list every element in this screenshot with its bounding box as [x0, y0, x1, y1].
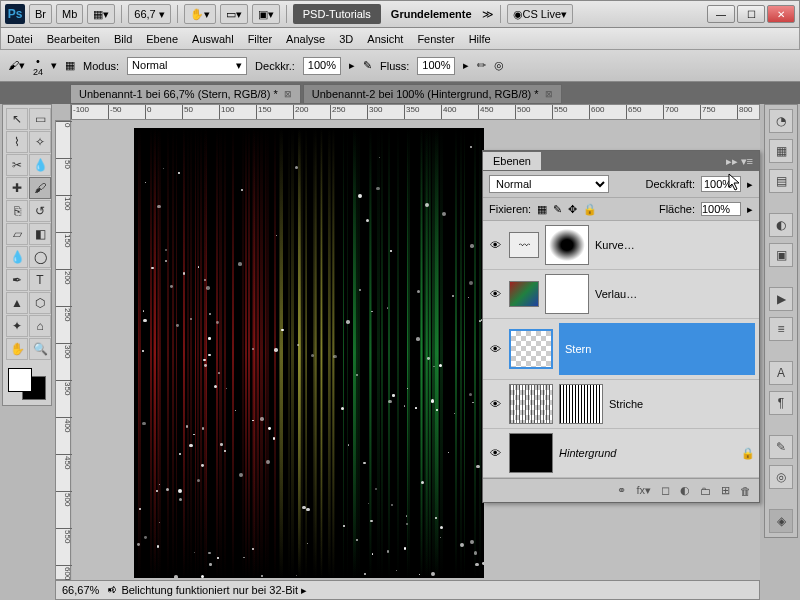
blend-mode-select[interactable]: Normal ▾	[127, 57, 247, 75]
brush-panel-icon[interactable]: ▦	[65, 59, 75, 72]
marquee-tool[interactable]: ▭	[29, 108, 51, 130]
3d-tool[interactable]: ✦	[6, 315, 28, 337]
fill-slider-icon[interactable]: ▸	[747, 203, 753, 216]
eyedropper-tool[interactable]: 💧	[29, 154, 51, 176]
menu-bild[interactable]: Bild	[114, 33, 132, 45]
eraser-tool[interactable]: ▱	[6, 223, 28, 245]
mask-thumb[interactable]	[545, 225, 589, 265]
styles-panel-icon[interactable]: ▤	[769, 169, 793, 193]
brush-panel-icon[interactable]: ✎	[769, 435, 793, 459]
new-group-icon[interactable]: 🗀	[700, 485, 711, 497]
stamp-tool[interactable]: ⎘	[6, 200, 28, 222]
view-extras-button[interactable]: ▦▾	[87, 4, 115, 24]
path-select-tool[interactable]: ▲	[6, 292, 28, 314]
adjust-panel-icon[interactable]: ◐	[769, 213, 793, 237]
brush-preset[interactable]: •24	[33, 55, 43, 77]
menu-ebene[interactable]: Ebene	[146, 33, 178, 45]
visibility-icon[interactable]: 👁	[487, 286, 503, 302]
pen-tool[interactable]: ✒	[6, 269, 28, 291]
masks-panel-icon[interactable]: ▣	[769, 243, 793, 267]
layer-name[interactable]: Verlau…	[595, 288, 755, 300]
layer-thumb[interactable]	[509, 329, 553, 369]
new-adjustment-icon[interactable]: ◐	[680, 484, 690, 497]
layer-thumb[interactable]	[509, 384, 553, 424]
gradient-tool[interactable]: ◧	[29, 223, 51, 245]
layer-row[interactable]: 👁 Hintergrund 🔒	[483, 429, 759, 478]
hand-tool[interactable]: ✋	[6, 338, 28, 360]
visibility-icon[interactable]: 👁	[487, 445, 503, 461]
flow-input[interactable]: 100%	[417, 57, 455, 75]
close-tab-icon[interactable]: ⊠	[284, 89, 292, 99]
layer-row[interactable]: 👁 Striche	[483, 380, 759, 429]
delete-layer-icon[interactable]: 🗑	[740, 485, 751, 497]
crop-tool[interactable]: ✂	[6, 154, 28, 176]
actions-panel-icon[interactable]: ▶	[769, 287, 793, 311]
color-panel-icon[interactable]: ◔	[769, 109, 793, 133]
menu-3d[interactable]: 3D	[339, 33, 353, 45]
tablet-opacity-icon[interactable]: ✎	[363, 59, 372, 72]
cslive-button[interactable]: ◉ CS Live ▾	[507, 4, 574, 24]
lock-transparency-icon[interactable]: ▦	[537, 203, 547, 216]
lock-pixels-icon[interactable]: ✎	[553, 203, 562, 216]
layer-blend-mode[interactable]: Normal	[489, 175, 609, 193]
layer-row[interactable]: 👁 〰 Kurve…	[483, 221, 759, 270]
mask-thumb[interactable]	[559, 384, 603, 424]
heal-tool[interactable]: ✚	[6, 177, 28, 199]
hand-button[interactable]: ✋▾	[184, 4, 216, 24]
layer-fx-icon[interactable]: fx▾	[636, 484, 651, 497]
brush-tool[interactable]: 🖌	[29, 177, 51, 199]
menu-analyse[interactable]: Analyse	[286, 33, 325, 45]
minimize-button[interactable]: ―	[707, 5, 735, 23]
menu-fenster[interactable]: Fenster	[417, 33, 454, 45]
more-workspaces[interactable]: ≫	[482, 8, 494, 21]
menu-datei[interactable]: Datei	[7, 33, 33, 45]
ruler-horizontal[interactable]: -100-50050100150200250300350400450500550…	[70, 104, 760, 120]
link-layers-icon[interactable]: ⚭	[617, 484, 626, 497]
zoom-tool[interactable]: 🔍	[29, 338, 51, 360]
menu-ansicht[interactable]: Ansicht	[367, 33, 403, 45]
new-layer-icon[interactable]: ⊞	[721, 484, 730, 497]
layers-dock-icon[interactable]: ◈	[769, 509, 793, 533]
history-panel-icon[interactable]: ≡	[769, 317, 793, 341]
layer-name[interactable]: Stern	[559, 323, 755, 375]
bridge-button[interactable]: Br	[29, 4, 52, 24]
swatches-panel-icon[interactable]: ▦	[769, 139, 793, 163]
menu-auswahl[interactable]: Auswahl	[192, 33, 234, 45]
char-panel-icon[interactable]: A	[769, 361, 793, 385]
para-panel-icon[interactable]: ¶	[769, 391, 793, 415]
tablet-size-icon[interactable]: ◎	[494, 59, 504, 72]
menu-hilfe[interactable]: Hilfe	[469, 33, 491, 45]
opacity-flyout[interactable]: ▸	[349, 59, 355, 72]
close-tab-icon[interactable]: ⊠	[545, 89, 553, 99]
dodge-tool[interactable]: ◯	[29, 246, 51, 268]
minibridge-button[interactable]: Mb	[56, 4, 83, 24]
status-zoom[interactable]: 66,67%	[62, 584, 99, 596]
layer-opacity-input[interactable]	[701, 176, 741, 192]
adjustment-thumb[interactable]: 〰	[509, 232, 539, 258]
zoom-level-button[interactable]: 66,7 ▾	[128, 4, 170, 24]
airbrush-icon[interactable]: ✏	[477, 59, 486, 72]
lock-all-icon[interactable]: 🔒	[583, 203, 597, 216]
layer-name[interactable]: Hintergrund	[559, 447, 735, 459]
screenmode-button[interactable]: ▣▾	[252, 4, 280, 24]
layers-tab[interactable]: Ebenen	[483, 152, 541, 170]
move-tool[interactable]: ↖	[6, 108, 28, 130]
opacity-slider-icon[interactable]: ▸	[747, 178, 753, 191]
opacity-input[interactable]: 100%	[303, 57, 341, 75]
visibility-icon[interactable]: 👁	[487, 237, 503, 253]
adjustment-thumb[interactable]	[509, 281, 539, 307]
document-tab-2[interactable]: Unbenannt-2 bei 100% (Hintergrund, RGB/8…	[303, 84, 562, 104]
layer-name[interactable]: Striche	[609, 398, 755, 410]
foreground-color[interactable]	[8, 368, 32, 392]
flow-flyout[interactable]: ▸	[463, 59, 469, 72]
maximize-button[interactable]: ☐	[737, 5, 765, 23]
brush-tool-icon[interactable]: 🖌▾	[8, 59, 25, 72]
layer-row[interactable]: 👁 Stern	[483, 319, 759, 380]
lasso-tool[interactable]: ⌇	[6, 131, 28, 153]
close-button[interactable]: ✕	[767, 5, 795, 23]
mask-thumb[interactable]	[545, 274, 589, 314]
visibility-icon[interactable]: 👁	[487, 396, 503, 412]
document-tab-1[interactable]: Unbenannt-1 bei 66,7% (Stern, RGB/8) *⊠	[70, 84, 301, 104]
ruler-vertical[interactable]: 050100150200250300350400450500550600	[55, 120, 71, 580]
layer-fill-input[interactable]	[701, 202, 741, 216]
